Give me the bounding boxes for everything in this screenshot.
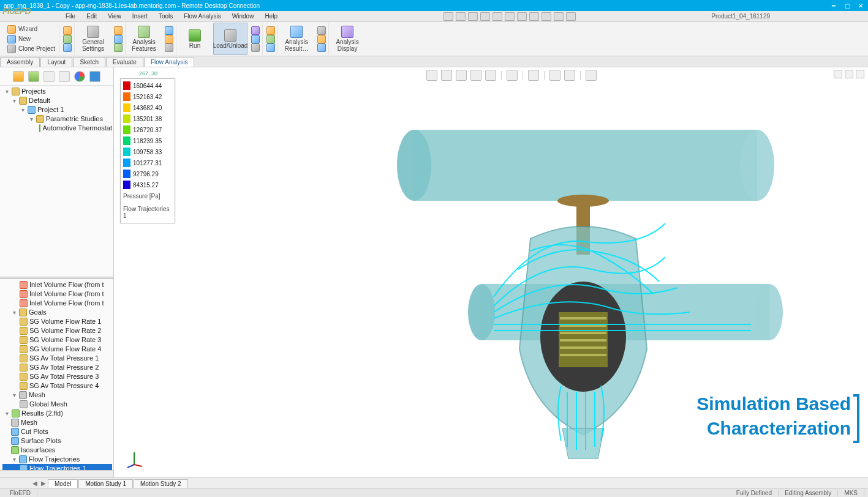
- scene-icon[interactable]: [564, 70, 575, 81]
- menu-view[interactable]: View: [104, 12, 126, 20]
- cmd-clone-project[interactable]: Clone Project: [6, 44, 56, 54]
- tree-label[interactable]: SG Volume Flow Rate 3: [29, 335, 101, 345]
- tree-label[interactable]: Global Mesh: [29, 400, 67, 409]
- tree-label[interactable]: SG Volume Flow Rate 2: [29, 326, 101, 335]
- tree-label[interactable]: SG Volume Flow Rate 1: [29, 317, 101, 326]
- small-tool-icon[interactable]: [251, 43, 260, 52]
- tree-label[interactable]: Projects: [21, 87, 46, 96]
- cmd-wizard[interactable]: Wizard: [6, 24, 56, 34]
- small-tool-icon[interactable]: [251, 35, 260, 43]
- viewport-restore-icon[interactable]: [834, 70, 842, 78]
- tree-label[interactable]: Mesh: [21, 418, 37, 427]
- quick-tool-icon[interactable]: [468, 12, 478, 21]
- menu-tools[interactable]: Tools: [154, 12, 177, 20]
- panel-tool-icon[interactable]: [13, 71, 24, 82]
- zoom-fit-icon[interactable]: [426, 70, 437, 81]
- tree-label[interactable]: SG Volume Flow Rate 4: [29, 345, 101, 354]
- cmd-run[interactable]: Run: [178, 23, 212, 55]
- quick-tool-icon[interactable]: [456, 12, 466, 21]
- appearance-icon[interactable]: [549, 70, 560, 81]
- axis-triad-icon[interactable]: [125, 449, 143, 468]
- rotate-icon[interactable]: [456, 70, 467, 81]
- small-tool-icon[interactable]: [317, 26, 326, 35]
- menu-file[interactable]: File: [61, 12, 80, 20]
- small-tool-icon[interactable]: [317, 43, 326, 52]
- tree-label[interactable]: Results (2.fld): [21, 409, 63, 418]
- tree-label[interactable]: Cut Plots: [21, 427, 48, 436]
- tab-layout[interactable]: Layout: [40, 57, 72, 67]
- minimize-icon[interactable]: ━: [830, 2, 837, 9]
- tree-label[interactable]: Flow Trajectories: [29, 455, 80, 464]
- project-tree-upper[interactable]: ▾Projects ▾Default ▾Project 1 ▾Parametri…: [0, 86, 113, 277]
- small-tool-icon[interactable]: [114, 35, 123, 43]
- quick-tool-icon[interactable]: [443, 12, 453, 21]
- small-tool-icon[interactable]: [266, 35, 275, 43]
- quick-tool-icon[interactable]: [554, 12, 564, 21]
- menu-window[interactable]: Window: [228, 12, 259, 20]
- pan-icon[interactable]: [470, 70, 481, 81]
- cmd-analysis-features[interactable]: Analysis Features: [127, 23, 161, 55]
- small-tool-icon[interactable]: [266, 43, 275, 52]
- small-tool-icon[interactable]: [114, 26, 123, 35]
- tree-label[interactable]: Surface Plots: [21, 436, 61, 446]
- tree-label[interactable]: Inlet Volume Flow (from t: [29, 280, 104, 290]
- menu-help[interactable]: Help: [260, 12, 282, 20]
- quick-tool-icon[interactable]: [480, 12, 490, 21]
- maximize-icon[interactable]: ▢: [843, 2, 851, 9]
- small-tool-icon[interactable]: [63, 35, 72, 43]
- section-icon[interactable]: [528, 70, 539, 81]
- tree-label[interactable]: Inlet Volume Flow (from t: [29, 290, 104, 299]
- screen-icon[interactable]: [586, 70, 597, 81]
- tree-label[interactable]: Flow Trajectories 1: [29, 464, 86, 470]
- panel-tool-icon[interactable]: [89, 71, 100, 82]
- menu-edit[interactable]: Edit: [82, 12, 101, 20]
- color-legend[interactable]: 267, 30 160644.44152163.42143682.4013520…: [120, 78, 175, 223]
- display-style-icon[interactable]: [507, 70, 518, 81]
- small-tool-icon[interactable]: [165, 35, 173, 43]
- quick-tool-icon[interactable]: [492, 12, 502, 21]
- small-tool-icon[interactable]: [251, 26, 260, 35]
- cmd-analysis-results[interactable]: Analysis Result…: [279, 23, 314, 55]
- tree-label[interactable]: Parametric Studies: [46, 114, 103, 124]
- tree-label[interactable]: Automotive Thermostat: [42, 124, 112, 133]
- menu-insert[interactable]: Insert: [128, 12, 152, 20]
- viewport-max-icon[interactable]: [845, 70, 853, 78]
- cmd-new[interactable]: New: [6, 34, 56, 44]
- quick-tool-icon[interactable]: [517, 12, 527, 21]
- tab-assembly[interactable]: Assembly: [0, 57, 40, 67]
- project-tree-lower[interactable]: Inlet Volume Flow (from t Inlet Volume F…: [0, 279, 113, 470]
- tree-label[interactable]: Inlet Volume Flow (from t: [29, 299, 104, 308]
- view-tab-motion2[interactable]: Motion Study 2: [134, 479, 188, 488]
- close-icon[interactable]: ✕: [857, 2, 864, 9]
- tree-horizontal-scrollbar[interactable]: [0, 470, 113, 477]
- tab-flow-analysis[interactable]: Flow Analysis: [144, 57, 195, 67]
- small-tool-icon[interactable]: [63, 43, 72, 52]
- tree-label[interactable]: SG Av Total Pressure 4: [29, 381, 99, 390]
- panel-tool-icon[interactable]: [43, 71, 55, 82]
- small-tool-icon[interactable]: [165, 26, 173, 35]
- tree-label[interactable]: Goals: [29, 308, 47, 317]
- cmd-general-settings[interactable]: General Settings: [76, 23, 110, 55]
- tree-label[interactable]: Default: [29, 96, 50, 105]
- small-tool-icon[interactable]: [114, 43, 123, 52]
- viewport-close-icon[interactable]: [856, 70, 864, 78]
- view-tab-motion1[interactable]: Motion Study 1: [78, 479, 133, 488]
- small-tool-icon[interactable]: [317, 35, 326, 43]
- tree-label[interactable]: SG Av Total Pressure 3: [29, 372, 99, 381]
- tab-sketch[interactable]: Sketch: [73, 57, 105, 67]
- cmd-analysis-display[interactable]: Analysis Display: [330, 23, 364, 55]
- small-tool-icon[interactable]: [63, 26, 72, 35]
- panel-tool-icon[interactable]: [74, 71, 85, 82]
- quick-tool-icon[interactable]: [505, 12, 515, 21]
- quick-tool-icon[interactable]: [566, 12, 576, 21]
- tree-label[interactable]: SG Av Total Pressure 2: [29, 363, 99, 372]
- menu-flow-analysis[interactable]: Flow Analysis: [179, 12, 225, 20]
- view-icon[interactable]: [485, 70, 496, 81]
- panel-tool-icon[interactable]: [28, 71, 39, 82]
- small-tool-icon[interactable]: [266, 26, 275, 35]
- zoom-area-icon[interactable]: [441, 70, 452, 81]
- cmd-load-unload[interactable]: Load/Unload: [213, 23, 247, 55]
- tree-label[interactable]: SG Av Total Pressure 1: [29, 354, 99, 363]
- panel-tool-icon[interactable]: [59, 71, 70, 82]
- quick-tool-icon[interactable]: [529, 12, 539, 21]
